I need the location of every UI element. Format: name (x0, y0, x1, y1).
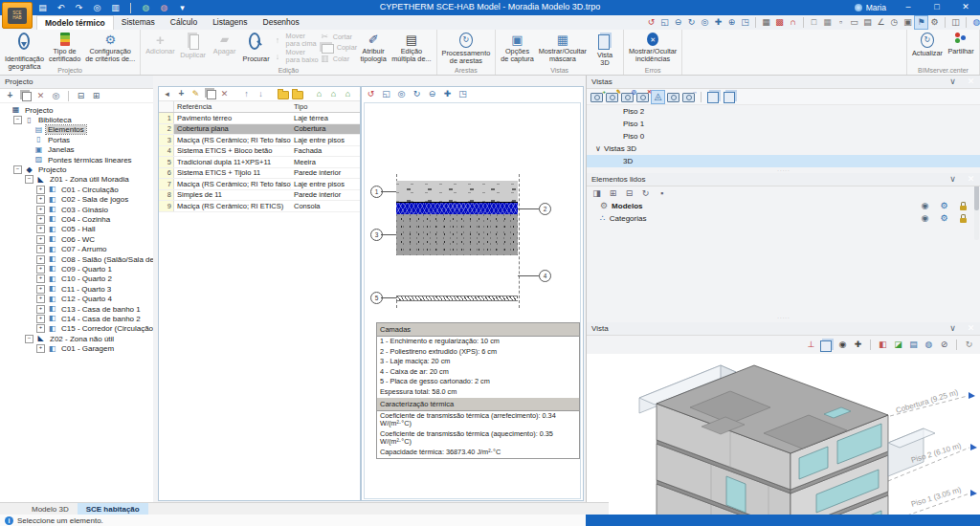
pan-3d-button[interactable]: ✚ (852, 339, 864, 351)
axes-button[interactable]: ⊥ (805, 339, 817, 351)
zoom-search-button[interactable]: ◎ (91, 2, 103, 14)
ribbon-button-cortar[interactable]: ✂Cortar (320, 33, 358, 41)
table-row[interactable]: 1Pavimento térreoLaje térrea (159, 113, 360, 124)
ribbon-button-mover-para-baixo[interactable]: ↓Mover para baixo (273, 49, 319, 64)
expand-expander[interactable]: + (36, 315, 45, 323)
fullscreen-button[interactable]: ◳ (739, 16, 751, 29)
edit-button[interactable]: ✎ (189, 88, 202, 100)
frame-button[interactable]: □ (808, 16, 820, 29)
table-row[interactable]: 9Maciça (RS Cerâmico; RI ETICS)Consola (159, 201, 360, 212)
dimension-button[interactable]: ▭ (848, 16, 860, 29)
chevron-down-icon[interactable]: ∨ (594, 144, 602, 153)
layers-button[interactable]: ▤ (861, 16, 874, 29)
redraw-button[interactable]: ↻ (685, 16, 698, 29)
expand-expander[interactable]: + (36, 195, 45, 204)
work-plane-button[interactable]: ◪ (892, 339, 904, 351)
save-button[interactable]: ▤ (36, 2, 49, 14)
layer-section-drawing[interactable]: 13524 Camadas 1 - Enchimento e regulariz… (364, 102, 581, 499)
tree-item-elementos[interactable]: ▤Elementos (0, 125, 153, 135)
expand-expander[interactable]: + (36, 186, 45, 194)
tree-item-c08-sal-o-sal-o-sala-de-jantar[interactable]: +◧C08 - Salão (Salão/Sala de jantar) (0, 254, 153, 264)
ribbon-button-partilhar[interactable]: Partilhar (946, 31, 976, 55)
config-button[interactable]: ⚙ (940, 200, 952, 212)
delete-view-button[interactable]: ✕ (636, 91, 649, 103)
tree-item-projecto[interactable]: −◆Projecto (0, 164, 153, 174)
ribbon-button-identifica-o-geogr-fica[interactable]: Identificação geográfica (3, 31, 46, 71)
floor-filter-button[interactable]: ▤ (907, 339, 920, 351)
table-row[interactable]: 3Maciça (RS Cerâmico; RI Teto falso MW)L… (159, 135, 360, 146)
tree-item-c15-corredor-circula-o[interactable]: +◧C15 - Corredor (Circulação) (0, 324, 153, 334)
collapse-chevron-button[interactable]: ∨ (947, 173, 959, 186)
view-item-piso-1[interactable]: Piso 1 (587, 118, 980, 130)
eye-button[interactable]: ◉ (921, 200, 933, 212)
rotate-view-button[interactable]: ↻ (963, 339, 975, 351)
ribbon-button-apagar[interactable]: ▰Apagar (210, 31, 240, 55)
ribbon-button-mostrar-ocultar-m-scara[interactable]: ▦Mostrar/Ocultar máscara (537, 31, 589, 63)
tree-item-c11-quarto-3[interactable]: +◧C11 - Quarto 3 (0, 284, 153, 294)
lock-button[interactable] (959, 200, 971, 212)
view-item-vistas-3d[interactable]: ∨Vistas 3D (587, 142, 980, 155)
expand-expander[interactable]: + (36, 274, 45, 283)
zoom-button[interactable]: ◎ (699, 16, 711, 29)
section-box-button[interactable]: ◧ (877, 339, 889, 351)
box-3d-open-button[interactable] (724, 91, 737, 103)
column-referencia[interactable]: Referência (174, 101, 291, 112)
collapse-chevron-button[interactable]: ∨ (947, 322, 959, 335)
new-view-button[interactable]: + (590, 91, 603, 103)
hide-elements-button[interactable]: ⊘ (938, 339, 950, 351)
expand-tree-button[interactable]: ⊞ (607, 187, 619, 200)
eye-button[interactable]: ◉ (921, 212, 933, 225)
search-view-button[interactable]: ◎ (621, 91, 634, 103)
app-menu-button[interactable]: SCEHAB (2, 2, 33, 29)
table-row[interactable]: 2Cobertura planaCobertura (159, 124, 360, 136)
fullscreen-button[interactable]: ◳ (457, 88, 469, 100)
ribbon-button-atribuir-tipologia[interactable]: ✐Atribuir tipologia (358, 31, 389, 63)
panel-splitter[interactable]: ····· (587, 317, 980, 320)
expand-expander[interactable]: + (36, 255, 45, 264)
tree-item-biblioteca[interactable]: −▯Biblioteca (0, 115, 153, 124)
tree-item-c01-circula-o[interactable]: +◧C01 - Circulação (0, 185, 153, 194)
ribbon-button-mover-para-cima[interactable]: ↑Mover para cima (273, 33, 319, 48)
tree-item-portas[interactable]: ▯Portas (0, 135, 153, 144)
zoom-all-button[interactable]: ◎ (395, 88, 408, 100)
collapse-tree-button[interactable]: ⊟ (623, 187, 635, 200)
expand-expander[interactable]: + (36, 225, 45, 233)
duplicate-button[interactable] (19, 90, 32, 102)
zoom-out-button[interactable]: ⊖ (672, 16, 684, 29)
collapse-expander[interactable]: − (25, 175, 33, 184)
edit-view-button[interactable]: ✎ (606, 91, 618, 103)
tree-item-c07-arrumo[interactable]: +◧C07 - Arrumo (0, 244, 153, 253)
delete-button[interactable]: ✕ (34, 90, 47, 102)
list-options-button[interactable]: ▪ (656, 187, 668, 200)
ribbon-button-colar[interactable]: ▥Colar (320, 55, 358, 63)
move-up-button[interactable]: ↑ (240, 88, 253, 100)
tree-item-c13-casa-de-banho-1[interactable]: +◧C13 - Casa de banho 1 (0, 304, 153, 314)
zoom-previous-button[interactable]: ↺ (645, 16, 657, 29)
close-button[interactable]: ✕ (965, 322, 977, 335)
tree-item-c09-quarto-1[interactable]: +◧C09 - Quarto 1 (0, 264, 153, 274)
tree-item-pontes-t-rmicas-lineares[interactable]: ▨Pontes térmicas lineares (0, 155, 153, 164)
undo-button[interactable]: ↶ (55, 2, 67, 14)
caret-down-button[interactable]: ▾ (176, 2, 189, 14)
clock-button[interactable]: ◷ (888, 16, 901, 29)
tree-item-c06-wc[interactable]: +◧C06 - WC (0, 234, 153, 244)
lidos-item-modelos[interactable]: ⚙Modelos◉⚙ (587, 200, 980, 212)
tree-item-c04-cozinha[interactable]: +◧C04 - Cozinha (0, 214, 153, 224)
snap-grid-button[interactable]: ▩ (773, 16, 786, 29)
expand-all-button[interactable]: ⊟ (75, 90, 87, 102)
zoom-previous-button[interactable]: ↺ (365, 88, 377, 100)
close-button[interactable]: ✕ (965, 76, 977, 88)
close-button[interactable]: ✕ (965, 173, 977, 186)
angle-button[interactable]: ∠ (875, 16, 887, 29)
collapse-expander[interactable]: − (13, 116, 22, 124)
search-small-button[interactable]: ◎ (50, 90, 62, 102)
zoom-out-button[interactable]: ⊖ (426, 88, 438, 100)
column-tipo[interactable]: Tipo (291, 101, 360, 112)
zoom-window-button[interactable]: ◱ (658, 16, 671, 29)
grid-button[interactable]: ▦ (821, 16, 834, 29)
add-button[interactable]: + (4, 90, 16, 102)
layout-window-button[interactable]: ◫ (949, 16, 962, 29)
move-button[interactable]: ⊕ (725, 16, 738, 29)
dock-panel-button[interactable]: ◨ (590, 187, 603, 200)
collapse-chevron-button[interactable]: ∨ (947, 76, 959, 88)
